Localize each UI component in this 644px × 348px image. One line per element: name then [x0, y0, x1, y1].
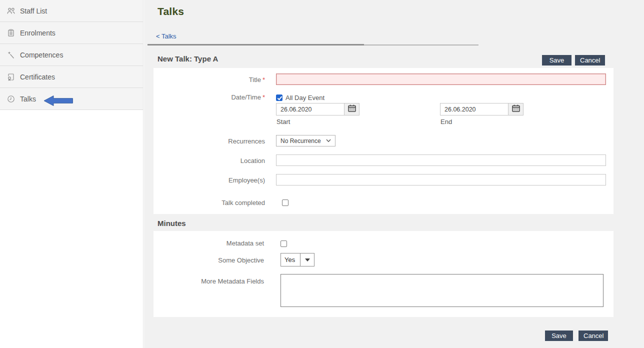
end-date-calendar-button[interactable]	[508, 103, 524, 116]
blue-arrow-pointer-icon	[44, 96, 73, 106]
clock-icon	[7, 95, 16, 103]
save-button-top[interactable]: Save	[542, 55, 572, 66]
cancel-button-top[interactable]: Cancel	[575, 55, 605, 66]
start-caption: Start	[276, 118, 290, 126]
more-metadata-textarea[interactable]	[280, 274, 604, 307]
application-window: Staff List Enrolments Competences	[0, 0, 644, 348]
minutes-panel: Metadata set Some Objective Yes More Met…	[154, 231, 614, 317]
sidebar-item-competences[interactable]: Competences	[0, 44, 143, 66]
minutes-heading: Minutes	[158, 219, 186, 228]
end-date-input[interactable]	[440, 103, 508, 116]
employees-label: Employee(s)	[154, 176, 265, 184]
talk-completed-checkbox[interactable]	[282, 200, 288, 206]
recurrences-label: Recurrences	[154, 138, 265, 145]
sidebar-item-certificates[interactable]: Certificates	[0, 66, 143, 88]
sidebar-item-staff-list[interactable]: Staff List	[0, 0, 143, 22]
metadata-set-label: Metadata set	[154, 240, 264, 247]
calendar-icon	[512, 104, 520, 114]
start-date-input[interactable]	[276, 103, 344, 116]
wand-icon	[7, 51, 16, 59]
datetime-label: Date/Time*	[154, 94, 265, 101]
clipboard-icon	[7, 29, 16, 37]
title-input[interactable]	[276, 74, 606, 85]
tab-underline-inactive	[364, 44, 478, 46]
people-icon	[7, 7, 16, 15]
talk-completed-label: Talk completed	[154, 199, 265, 206]
dropdown-arrow-icon	[305, 258, 310, 262]
breadcrumb-back-link[interactable]: < Talks	[156, 32, 176, 40]
sidebar-item-label: Talks	[20, 95, 36, 103]
some-objective-label: Some Objective	[154, 256, 264, 264]
chevron-down-icon	[326, 139, 331, 142]
end-caption: End	[440, 118, 452, 126]
certificate-icon	[7, 73, 16, 81]
sidebar-item-enrolments[interactable]: Enrolments	[0, 22, 143, 44]
some-objective-selected-value: Yes	[280, 253, 300, 266]
required-asterisk: *	[262, 76, 265, 84]
title-label: Title*	[154, 76, 265, 84]
cancel-button-bottom[interactable]: Cancel	[578, 330, 608, 341]
all-day-event-label: All Day Event	[286, 94, 324, 102]
employees-input[interactable]	[276, 174, 606, 186]
end-date-group	[440, 103, 524, 116]
sidebar-item-label: Competences	[20, 51, 63, 59]
some-objective-dropdown-button[interactable]	[300, 253, 314, 266]
tab-underline-active	[148, 44, 364, 46]
all-day-event-checkbox[interactable]	[276, 94, 282, 101]
sidebar-item-label: Enrolments	[20, 29, 56, 37]
more-metadata-label: More Metadata Fields	[154, 278, 264, 285]
calendar-icon	[348, 104, 356, 114]
recurrences-selected-value: No Recurrence	[280, 138, 321, 144]
save-button-bottom[interactable]: Save	[545, 330, 573, 341]
recurrences-select[interactable]: No Recurrence	[276, 135, 336, 146]
some-objective-dropdown[interactable]: Yes	[280, 253, 314, 266]
talk-form-panel: Title* Date/Time* All Day Event	[154, 68, 614, 214]
sidebar: Staff List Enrolments Competences	[0, 0, 144, 348]
location-input[interactable]	[276, 154, 606, 166]
sidebar-item-label: Certificates	[20, 73, 55, 81]
metadata-set-checkbox[interactable]	[280, 240, 287, 247]
main-content: Talks < Talks New Talk: Type A Save Canc…	[144, 0, 644, 348]
form-heading: New Talk: Type A	[158, 54, 218, 63]
start-date-calendar-button[interactable]	[344, 103, 360, 116]
sidebar-item-label: Staff List	[20, 7, 47, 15]
page-title: Talks	[158, 6, 184, 18]
location-label: Location	[154, 157, 265, 164]
required-asterisk: *	[262, 94, 265, 101]
start-date-group	[276, 103, 360, 116]
